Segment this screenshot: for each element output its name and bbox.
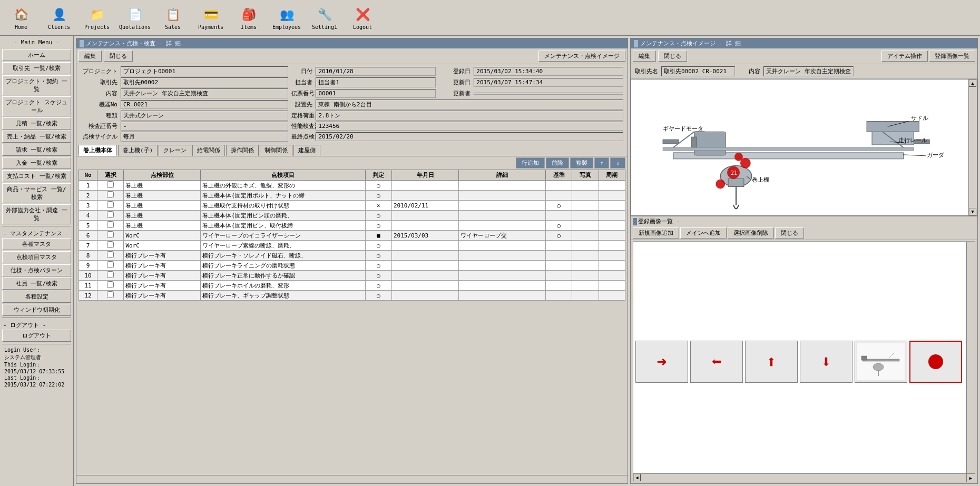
nav-sales[interactable]: 📋 Sales xyxy=(156,5,190,30)
cell-select[interactable] xyxy=(97,211,124,221)
row-checkbox[interactable] xyxy=(107,291,114,298)
maintenance-image-button[interactable]: メンテナンス・点検イメージ xyxy=(538,51,625,62)
add-to-main-btn[interactable]: メインへ追加 xyxy=(680,227,727,239)
gallery-close-btn[interactable]: 閉じる xyxy=(775,227,804,239)
registered-images-button[interactable]: 登録画像一覧 xyxy=(929,51,975,62)
scrollbar-up-arrow[interactable]: ▲ xyxy=(969,80,976,87)
gallery-scrollbar-v[interactable] xyxy=(966,242,975,473)
cell-select[interactable] xyxy=(97,221,124,231)
tab-hoist-child[interactable]: 巻上機(子) xyxy=(118,145,158,156)
row-checkbox[interactable] xyxy=(107,281,114,288)
cell-select[interactable] xyxy=(97,241,124,251)
sidebar-btn-masters[interactable]: 各種マスタ xyxy=(2,238,71,250)
sidebar-btn-suppliers[interactable]: 外部協力会社・調達 一覧 xyxy=(2,204,71,224)
right-close-button[interactable]: 閉じる xyxy=(658,51,687,62)
cell-select[interactable] xyxy=(97,201,124,211)
table-row[interactable]: 6 WorC ワイヤーロープのイコライザーシーン ■ 2015/03/03 ワイ… xyxy=(79,231,625,241)
left-edit-button[interactable]: 編集 xyxy=(79,51,102,62)
table-row[interactable]: 9 横行ブレーキ有 横行ブレーキライニングの磨耗状態 ○ xyxy=(79,261,625,271)
sidebar-btn-estimates[interactable]: 見積 一覧/検索 xyxy=(2,117,71,130)
table-row[interactable]: 5 巻上機 巻上機本体(固定用ピン、取付板締 ○ ○ xyxy=(79,221,625,231)
table-add-row-btn[interactable]: 行追加 xyxy=(516,157,545,168)
tab-building[interactable]: 建屋側 xyxy=(293,145,320,156)
sidebar-btn-spec-pattern[interactable]: 仕様・点検パターン xyxy=(2,264,71,276)
row-checkbox[interactable] xyxy=(107,221,114,228)
gallery-thumb-6[interactable] xyxy=(909,341,962,383)
tab-hoist-main[interactable]: 巻上機本体 xyxy=(79,145,117,156)
sidebar-btn-project-schedule[interactable]: プロジェクト スケジュール xyxy=(2,96,71,116)
sidebar-btn-employees[interactable]: 社員 一覧/検索 xyxy=(2,277,71,290)
nav-employees[interactable]: 👥 Employees xyxy=(270,5,303,30)
new-image-btn[interactable]: 新規画像追加 xyxy=(633,227,679,239)
sidebar-btn-projects[interactable]: プロジェクト・契約 一覧 xyxy=(2,75,71,95)
nav-payments[interactable]: 💳 Payments xyxy=(194,5,228,30)
table-row[interactable]: 3 巻上機 巻上機取付支持材の取り付け状態 × 2010/02/11 ○ xyxy=(79,201,625,211)
row-checkbox[interactable] xyxy=(107,251,114,258)
scrollbar-down-arrow[interactable]: ▼ xyxy=(969,208,976,215)
tab-operation[interactable]: 操作関係 xyxy=(226,145,259,156)
sidebar-btn-home[interactable]: ホーム xyxy=(2,49,71,61)
sidebar-btn-settings[interactable]: 各種設定 xyxy=(2,291,71,303)
cell-select[interactable] xyxy=(97,291,124,301)
gallery-thumb-4[interactable]: ⬇ xyxy=(800,341,852,383)
sidebar-btn-sales[interactable]: 売上・納品 一覧/検索 xyxy=(2,131,71,143)
cell-select[interactable] xyxy=(97,251,124,261)
table-prev-btn[interactable]: 前降 xyxy=(546,157,569,168)
row-checkbox[interactable] xyxy=(107,181,114,188)
row-checkbox[interactable] xyxy=(107,261,114,268)
tab-power[interactable]: 給電関係 xyxy=(192,145,225,156)
gallery-scroll-right[interactable]: ▶ xyxy=(966,473,975,482)
gallery-scrollbar-h[interactable]: ◀ xyxy=(633,473,966,482)
table-row[interactable]: 2 巻上機 巻上機本体(固定用ボルト、ナットの締 ○ xyxy=(79,191,625,201)
nav-clients[interactable]: 👤 Clients xyxy=(42,5,76,30)
row-checkbox[interactable] xyxy=(107,231,114,238)
sidebar-btn-inspection-master[interactable]: 点検項目マスタ xyxy=(2,251,71,263)
nav-items[interactable]: 🎒 Items xyxy=(232,5,266,30)
item-operation-button[interactable]: アイテム操作 xyxy=(881,51,928,62)
gallery-thumb-3[interactable]: ⬆ xyxy=(745,341,798,383)
left-close-button[interactable]: 閉じる xyxy=(104,51,133,62)
nav-setting1[interactable]: 🔧 Setting1 xyxy=(308,5,341,30)
sidebar-btn-receipts[interactable]: 入金 一覧/検索 xyxy=(2,157,71,169)
gallery-thumb-1[interactable]: ➜ xyxy=(635,341,688,383)
row-checkbox[interactable] xyxy=(107,241,114,248)
table-row[interactable]: 4 巻上機 巻上機本体(固定用ピン頭の磨耗、 ○ xyxy=(79,211,625,221)
sidebar-btn-products[interactable]: 商品・サービス 一覧/検索 xyxy=(2,183,71,203)
table-down-btn[interactable]: ↓ xyxy=(610,157,625,168)
tab-control[interactable]: 制御関係 xyxy=(260,145,292,156)
gallery-thumb-5[interactable] xyxy=(855,341,907,383)
gallery-scroll-left[interactable]: ◀ xyxy=(633,474,641,481)
table-copy-btn[interactable]: 複製 xyxy=(570,157,593,168)
table-row[interactable]: 10 横行ブレーキ有 横行ブレーキ正常に動作するか確認 ○ xyxy=(79,271,625,281)
cell-select[interactable] xyxy=(97,261,124,271)
cell-select[interactable] xyxy=(97,231,124,241)
row-checkbox[interactable] xyxy=(107,201,114,208)
row-checkbox[interactable] xyxy=(107,191,114,198)
gallery-thumb-2[interactable]: ⬅ xyxy=(690,341,743,383)
bottom-scrollbar[interactable] xyxy=(76,475,628,483)
nav-projects[interactable]: 📁 Projects xyxy=(80,5,114,30)
sidebar-btn-window-init[interactable]: ウィンドウ初期化 xyxy=(2,304,71,316)
nav-logout[interactable]: ❌ Logout xyxy=(346,5,379,30)
right-edit-button[interactable]: 編集 xyxy=(633,51,656,62)
sidebar-btn-invoices[interactable]: 請求 一覧/検索 xyxy=(2,144,71,156)
nav-quotations[interactable]: 📄 Quotations xyxy=(118,5,152,30)
table-up-btn[interactable]: ↑ xyxy=(594,157,610,168)
cell-select[interactable] xyxy=(97,281,124,291)
sidebar-btn-logout[interactable]: ログアウト xyxy=(2,330,71,342)
row-checkbox[interactable] xyxy=(107,271,114,278)
table-row[interactable]: 11 横行ブレーキ有 横行ブレーキホイルの磨耗、変形 ○ xyxy=(79,281,625,291)
row-checkbox[interactable] xyxy=(107,211,114,218)
table-row[interactable]: 12 横行ブレーキ有 横行ブレーキ、ギャップ調整状態 ○ xyxy=(79,291,625,301)
table-row[interactable]: 7 WorC ワイヤーロープ素線の断線、磨耗、 ○ xyxy=(79,241,625,251)
delete-selected-btn[interactable]: 選択画像削除 xyxy=(728,227,774,239)
nav-home[interactable]: 🏠 Home xyxy=(4,5,38,30)
table-row[interactable]: 1 巻上機 巻上機の外観にキズ、亀裂、変形の ○ xyxy=(79,181,625,191)
cell-select[interactable] xyxy=(97,181,124,191)
sidebar-btn-costs[interactable]: 支払コスト 一覧/検索 xyxy=(2,170,71,182)
sidebar-btn-clients[interactable]: 取引先 一覧/検索 xyxy=(2,62,71,74)
crane-scrollbar-v[interactable]: ▲ ▼ xyxy=(968,80,977,215)
tab-crane[interactable]: クレーン xyxy=(159,145,191,156)
cell-select[interactable] xyxy=(97,191,124,201)
table-row[interactable]: 8 横行ブレーキ有 横行ブレーキ・ソレノイド磁石、断線、 ○ xyxy=(79,251,625,261)
